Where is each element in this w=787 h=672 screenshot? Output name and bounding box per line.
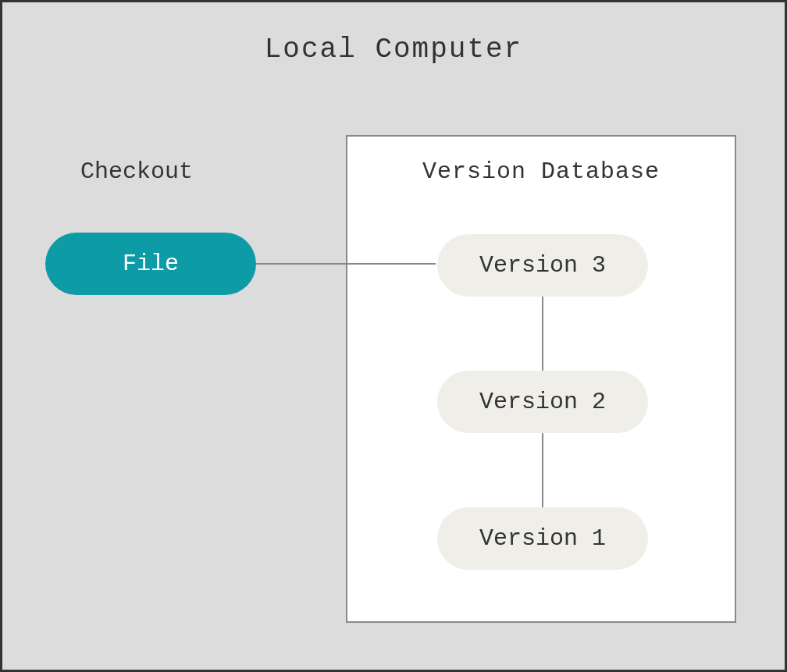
diagram-title: Local Computer bbox=[2, 34, 785, 66]
version-3-label: Version 3 bbox=[479, 252, 606, 279]
version-2-node: Version 2 bbox=[437, 371, 648, 433]
connector-file-to-v3 bbox=[256, 263, 436, 265]
version-1-label: Version 1 bbox=[479, 525, 606, 552]
database-label: Version Database bbox=[347, 158, 735, 185]
local-computer-container: Local Computer Checkout File Version Dat… bbox=[0, 0, 787, 672]
version-database-container: Version Database Version 3 Version 2 Ver… bbox=[346, 135, 736, 623]
connector-v3-to-v2 bbox=[542, 297, 543, 371]
connector-v2-to-v1 bbox=[542, 433, 543, 507]
file-node: File bbox=[45, 233, 256, 295]
checkout-label: Checkout bbox=[80, 158, 193, 185]
version-3-node: Version 3 bbox=[437, 234, 648, 297]
version-1-node: Version 1 bbox=[437, 507, 648, 570]
version-2-label: Version 2 bbox=[479, 389, 606, 415]
file-node-label: File bbox=[123, 251, 179, 277]
